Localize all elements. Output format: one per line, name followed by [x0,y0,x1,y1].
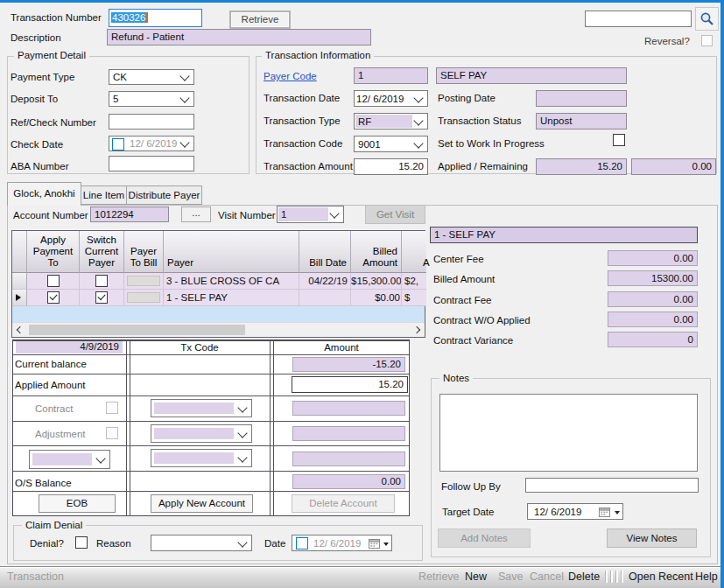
contract-label: Contract [35,403,73,414]
col-header-payer[interactable]: Payer [164,231,299,273]
browse-account-button[interactable]: ... [181,206,211,222]
apply-checkbox-row2[interactable] [47,291,60,304]
col-header-clipped[interactable]: A [402,231,426,273]
adjustment-checkbox[interactable] [106,427,118,439]
apply-checkbox-row1[interactable] [47,275,60,287]
cell-clipped-2[interactable]: $ [402,290,426,306]
transaction-type-select[interactable]: RF [354,113,428,130]
search-icon [699,11,714,26]
cell-payer-2[interactable]: 1 - SELF PAY [164,290,299,306]
scroll-left-icon[interactable] [17,326,24,333]
extra-type-select[interactable] [29,450,110,469]
wip-label: Set to Work In Progress [438,138,545,149]
wip-checkbox[interactable] [613,134,625,146]
col-header-bill-date[interactable]: Bill Date [299,231,351,273]
cell-switch-1[interactable] [80,273,124,290]
cell-apply-2[interactable] [27,290,80,306]
applied-amount-input[interactable]: 15.20 [292,376,408,393]
row-selector-current[interactable] [12,290,27,306]
notes-title: Notes [439,373,473,383]
cell-billed-amount-2[interactable]: $0.00 [351,290,402,306]
denial-date-picker[interactable]: 12/ 6/2019 [292,535,392,551]
col-header-payer-to-bill[interactable]: Payer To Bill [124,231,164,273]
add-notes-button[interactable]: Add Notes [438,528,531,548]
chevron-down-icon [615,511,620,514]
menu-delete[interactable]: Delete [568,566,600,587]
cell-switch-2[interactable] [80,290,124,306]
adjustment-tx-code-select[interactable] [151,424,252,443]
transaction-amount-input[interactable]: 15.20 [354,158,428,175]
deposit-to-select[interactable]: 5 [109,91,194,107]
view-notes-button[interactable]: View Notes [607,528,697,548]
chevron-down-icon [237,537,247,547]
aba-number-input[interactable] [109,156,194,172]
scrollbar-thumb[interactable] [29,325,245,335]
col-header-switch-current-payer[interactable]: Switch Current Payer [80,231,124,273]
denial-date-label: Date [264,538,285,549]
target-date-picker[interactable]: 12/ 6/2019 [527,503,623,520]
transaction-code-select[interactable]: 9001 [354,136,428,152]
menu-cancel[interactable]: Cancel [530,566,564,587]
transaction-number-input[interactable]: 430326 [109,9,202,27]
retrieve-button[interactable]: Retrieve [229,10,291,29]
notes-textarea[interactable] [439,394,698,472]
payer-code-field: 1 [354,67,428,84]
menu-retrieve[interactable]: Retrieve [418,566,460,587]
check-date-picker[interactable]: 12/ 6/2019 [109,136,194,151]
payer-code-link[interactable]: Payer Code [264,71,317,81]
denial-date-checkbox[interactable] [296,537,308,550]
reversal-checkbox[interactable] [701,35,713,46]
cell-payer-to-bill-1[interactable] [124,273,164,290]
switch-checkbox-row2[interactable] [95,291,108,304]
payer-to-bill-box [127,276,160,286]
grid-vline [126,340,127,515]
cell-billed-amount-1[interactable]: $15,300.00 [351,273,402,290]
chevron-down-icon [237,402,247,412]
adjustment-label: Adjustment [35,429,86,439]
delete-account-button[interactable]: Delete Account [292,494,395,513]
chevron-down-icon [413,116,423,125]
cell-bill-date-1[interactable]: 04/22/19 [299,273,351,290]
contract-checkbox[interactable] [106,402,118,414]
contract-tx-code-select[interactable] [151,399,252,417]
col-header-billed-amount[interactable]: Billed Amount [351,231,402,273]
chevron-down-icon [413,93,423,102]
tab-distribute-payer[interactable]: Distribute Payer [127,186,202,205]
follow-up-by-input[interactable] [525,478,699,493]
cell-apply-1[interactable] [27,273,80,290]
scroll-right-icon[interactable] [413,326,420,333]
denial-checkbox[interactable] [75,536,88,549]
get-visit-button[interactable]: Get Visit [365,205,425,224]
search-input[interactable] [585,10,692,27]
menu-new[interactable]: New [465,566,487,587]
chevron-down-icon [237,428,247,438]
cell-payer-to-bill-2[interactable] [124,290,164,306]
visit-number-select[interactable]: 1 [277,206,344,223]
payment-type-select[interactable]: CK [109,69,194,85]
search-button[interactable] [695,7,719,31]
eob-button[interactable]: EOB [39,494,116,513]
remaining-field: 0.00 [631,158,716,175]
menu-save[interactable]: Save [498,566,524,587]
menu-open-recent[interactable]: Open Recent [629,566,693,587]
col-header-apply-payment-to[interactable]: Apply Payment To [27,231,80,273]
switch-checkbox-row1[interactable] [95,275,108,287]
row-selector[interactable] [12,273,27,290]
horizontal-scrollbar[interactable] [12,322,425,337]
extra-amount-field [292,452,405,466]
transaction-date-picker[interactable]: 12/ 6/2019 [354,90,428,107]
menu-help[interactable]: Help [695,566,718,587]
check-date-checkbox[interactable] [112,138,124,150]
ref-check-number-input[interactable] [109,114,194,130]
denial-reason-select[interactable] [151,535,252,551]
cell-payer-1[interactable]: 3 - BLUE CROSS OF CA [164,273,299,290]
extra-tx-code-select[interactable] [151,449,252,467]
account-number-field: 1012294 [90,206,169,222]
tab-glock-anokhi[interactable]: Glock, Anokhi [7,182,81,206]
cell-clipped-1[interactable]: $2, [402,273,426,290]
deposit-to-label: Deposit To [11,94,58,104]
apply-new-account-button[interactable]: Apply New Account [151,494,253,513]
contract-wo-applied-label: Contract W/O Applied [433,315,531,326]
cell-bill-date-2[interactable] [299,290,351,306]
tab-line-item[interactable]: Line Item [81,186,127,205]
